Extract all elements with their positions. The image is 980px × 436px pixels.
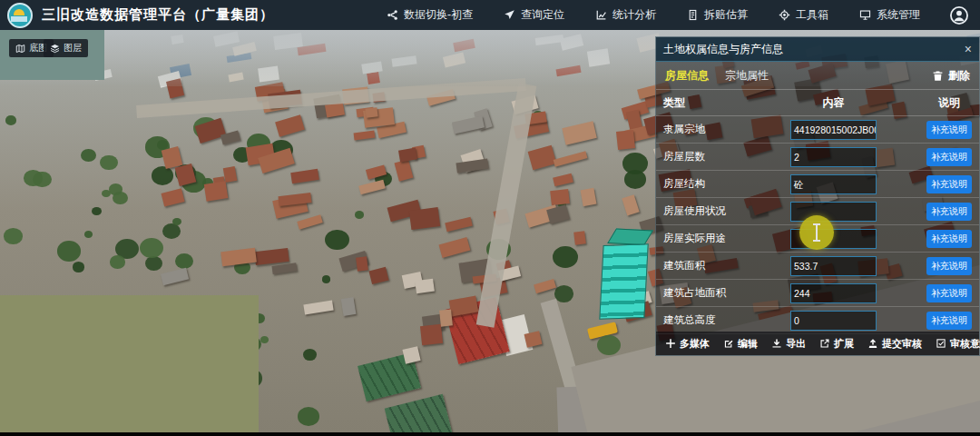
map-feature (298, 407, 319, 425)
table-row: 建筑面积533.7补充说明 (656, 253, 979, 280)
note-button[interactable]: 补充说明 (926, 121, 972, 139)
locate-icon (504, 9, 515, 21)
close-icon[interactable]: × (965, 43, 972, 55)
export-icon (771, 338, 782, 349)
map-feature (5, 115, 17, 125)
field-value-input[interactable]: 0 (790, 311, 877, 331)
map-feature (446, 217, 473, 232)
top-navigation-bar: 三旧改造数据管理平台（广量集团） 数据切换-初查查询定位统计分析拆赔估算工具箱系… (0, 0, 980, 30)
map-feature (353, 130, 375, 140)
note-button[interactable]: 补充说明 (926, 312, 972, 330)
selected-building-highlight[interactable] (599, 228, 649, 319)
toolbar-item-export[interactable]: 导出 (771, 337, 806, 351)
col-note: 说明 (926, 95, 972, 111)
map-feature (279, 193, 312, 207)
note-button[interactable]: 补充说明 (926, 203, 972, 221)
app-window: 三旧改造数据管理平台（广量集团） 数据切换-初查查询定位统计分析拆赔估算工具箱系… (0, 0, 980, 436)
map-feature (415, 279, 434, 293)
chart-icon (595, 9, 607, 21)
map-feature (358, 180, 385, 195)
col-type: 类型 (663, 95, 790, 111)
map-feature (550, 189, 570, 205)
map-button-layers[interactable]: 图层 (44, 39, 88, 57)
text-cursor-icon (816, 225, 818, 240)
trash-icon (932, 70, 944, 82)
nav-item-stats[interactable]: 统计分析 (595, 7, 656, 23)
map-feature (161, 268, 189, 286)
nav-item-label: 数据切换-初查 (404, 7, 473, 23)
nav-item-data-switch[interactable]: 数据切换-初查 (387, 7, 473, 23)
map-feature (456, 159, 489, 173)
map-feature (140, 238, 163, 258)
tab-parcel-attributes[interactable]: 宗地属性 (725, 68, 769, 84)
toolbar-item-label: 审核意见 (950, 337, 980, 351)
nav-item-system[interactable]: 系统管理 (859, 7, 920, 23)
map-feature (573, 231, 586, 244)
table-row: 房屋结构砼补充说明 (656, 171, 979, 198)
map-feature (554, 285, 574, 302)
map-feature (0, 295, 259, 432)
panel-title: 土地权属信息与房产信息 (663, 42, 783, 57)
toolbar-item-review[interactable]: 审核意见 (936, 337, 980, 351)
panel-header: 土地权属信息与房产信息 × (656, 37, 979, 62)
toolbar-item-label: 提交审核 (882, 337, 922, 351)
field-value-input[interactable] (790, 202, 877, 222)
tab-house-info[interactable]: 房屋信息 (665, 68, 709, 84)
note-button[interactable]: 补充说明 (926, 175, 972, 193)
map-feature (439, 309, 453, 327)
table-row: 隶属宗地441928015002JB00补充说明 (656, 116, 979, 144)
field-value-input[interactable]: 533.7 (790, 256, 877, 276)
note-button[interactable]: 补充说明 (926, 284, 972, 302)
map-feature (366, 107, 378, 117)
field-label: 房屋实际用途 (663, 232, 790, 245)
map-feature (92, 207, 102, 215)
field-value-input[interactable]: 砼 (790, 174, 877, 194)
nav-item-toolbox[interactable]: 工具箱 (779, 7, 828, 23)
nav-item-estimate[interactable]: 拆赔估算 (687, 7, 748, 23)
nav-item-label: 查询定位 (521, 7, 564, 23)
map-feature (622, 194, 639, 215)
letterbox-strip (0, 432, 980, 436)
table-row: 建筑占地面积244补充说明 (656, 280, 979, 307)
expand-icon (819, 338, 830, 349)
map-feature (409, 207, 441, 230)
delete-button[interactable]: 删除 (932, 68, 970, 84)
col-content: 内容 (790, 95, 877, 111)
toolbar-item-expand[interactable]: 扩展 (819, 337, 854, 351)
map-feature (81, 149, 96, 162)
map-feature (4, 228, 23, 244)
map-feature (580, 187, 596, 205)
toolbar-item-media[interactable]: 多媒体 (665, 337, 710, 351)
field-value-input[interactable]: 2 (790, 147, 877, 167)
toolbar-item-edit[interactable]: 编辑 (723, 337, 758, 351)
map-feature (100, 155, 118, 171)
app-logo (7, 3, 33, 28)
map-feature (271, 263, 297, 274)
map-feature (420, 324, 443, 345)
nav-item-locate[interactable]: 查询定位 (504, 7, 564, 23)
map-feature (298, 215, 324, 230)
toolbar-item-submit[interactable]: 提交审核 (867, 337, 922, 351)
click-cursor-indicator (799, 215, 834, 250)
property-info-panel: 土地权属信息与房产信息 × 房屋信息 宗地属性 删除 类型 内容 说明 隶属宗地… (655, 36, 980, 356)
plus-icon (665, 338, 676, 349)
map-feature (534, 278, 556, 292)
map-feature (553, 173, 573, 186)
map-feature (616, 130, 635, 150)
field-label: 房屋使用状况 (663, 204, 790, 218)
gear-icon (779, 9, 790, 21)
note-button[interactable]: 补充说明 (926, 230, 972, 248)
note-button[interactable]: 补充说明 (926, 148, 972, 166)
user-avatar-icon[interactable] (949, 5, 969, 25)
table-row: 建筑总高度0补充说明 (656, 307, 979, 334)
map-feature (57, 241, 81, 261)
map-feature (527, 145, 556, 171)
field-value-input[interactable]: 244 (790, 283, 877, 303)
map-feature (84, 231, 93, 238)
nav-item-label: 工具箱 (796, 7, 828, 23)
map-feature (597, 335, 621, 355)
map-feature (220, 248, 256, 266)
note-button[interactable]: 补充说明 (926, 257, 972, 275)
review-icon (936, 338, 946, 349)
field-value-input[interactable]: 441928015002JB00 (790, 120, 877, 140)
